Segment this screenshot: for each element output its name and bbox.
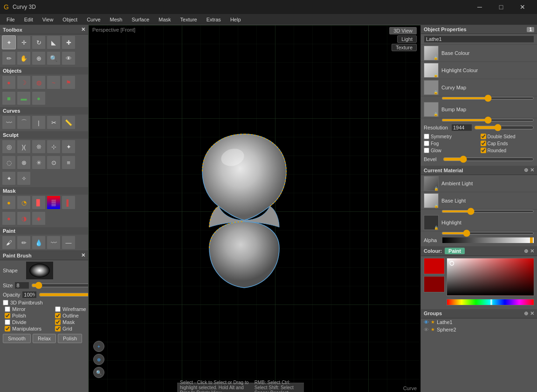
cylinder-obj[interactable]: ▬ [17,91,31,105]
mask-1[interactable]: ● [2,196,16,210]
curve-1[interactable]: 〰 [2,115,16,129]
bump-map-slider[interactable] [441,119,534,122]
base-colour-preview[interactable]: 🔒 [424,46,439,61]
move-tool[interactable]: ✛ [17,35,31,49]
mirror-checkbox[interactable] [5,306,10,312]
zoom-tool[interactable]: 🔍 [47,51,61,65]
colour-icon-1[interactable]: ⊕ [524,248,528,254]
menu-item-help[interactable]: Help [226,16,246,23]
maximize-button[interactable]: □ [490,0,512,14]
size-input[interactable] [14,282,29,289]
sphere-obj[interactable]: ● [2,75,16,89]
crescent-obj[interactable]: ☽ [17,75,31,89]
wireframe-checkbox[interactable] [55,306,61,312]
group-item-sphere2[interactable]: 👁 ★ Sphere2 [421,326,537,333]
alpha-bar[interactable] [442,237,534,243]
lathe-obj[interactable]: ◍ [32,75,46,89]
colour-icon-2[interactable]: ✕ [530,248,534,254]
texture-view-button[interactable]: Texture [392,44,417,51]
material-icon-2[interactable]: ✕ [530,167,534,173]
highlight-colour-preview[interactable]: 🔒 [424,63,439,78]
menu-item-file[interactable]: File [2,16,20,23]
curvy-map-slider[interactable] [441,97,534,100]
sculpt-10[interactable]: ≡ [62,155,76,169]
smooth-button[interactable]: Smooth [3,334,31,343]
sculpt-5[interactable]: ✦ [62,140,76,154]
size-slider[interactable] [31,282,89,289]
menu-item-edit[interactable]: Edit [20,16,38,23]
add-tool[interactable]: ✚ [62,35,76,49]
object-name-input[interactable] [424,35,534,43]
polish-button[interactable]: Polish [58,334,82,343]
sculpt-4[interactable]: ⊹ [47,140,61,154]
opacity-slider[interactable] [39,291,89,298]
curve-tool[interactable]: ◣ [47,35,61,49]
cube-obj[interactable]: ■ [2,91,16,105]
sculpt-7[interactable]: ⊗ [17,155,31,169]
groups-icon-1[interactable]: ⊕ [524,311,528,317]
mask-2[interactable]: ◔ [17,196,31,210]
paint-5[interactable]: — [62,236,76,250]
paint-brush-close[interactable]: ✕ [81,252,85,258]
mask-3[interactable]: ▊ [32,196,46,210]
mask-7[interactable]: ◑ [17,211,31,225]
menu-item-curve[interactable]: Curve [82,16,105,23]
sculpt-8[interactable]: ✳ [32,155,46,169]
fog-checkbox[interactable] [424,141,429,146]
hand-tool[interactable]: ✋ [17,51,31,65]
colour-red-solid[interactable] [424,258,445,274]
polish-checkbox[interactable] [5,313,10,318]
eye-tool[interactable]: 👁 [62,51,76,65]
light-view-button[interactable]: Light [397,35,417,43]
sculpt-3[interactable]: ❊ [32,140,46,154]
menu-item-surface[interactable]: Surface [127,16,154,23]
nav-icon-2[interactable]: ⊕ [93,354,104,365]
viewport[interactable]: Perspective [Front] 3D View Light Textur… [89,25,420,392]
grid-checkbox[interactable] [55,326,61,331]
curvy-map-preview[interactable]: 🔒 [424,80,439,95]
sculpt-11[interactable]: ✦ [2,171,16,185]
highlight-preview[interactable]: 🔒 [424,215,439,230]
hue-bar[interactable] [447,299,534,305]
curve-5[interactable]: 📏 [62,115,76,129]
sculpt-1[interactable]: ◎ [2,140,16,154]
menu-item-object[interactable]: Object [58,16,82,23]
base-light-preview[interactable]: 🔒 [424,193,439,208]
groups-icon-2[interactable]: ✕ [530,311,534,317]
double-sided-checkbox[interactable] [481,134,486,139]
nav-icon-1[interactable]: + [93,341,104,352]
snake-obj[interactable]: ~ [47,75,61,89]
toolbox-close-button[interactable]: ✕ [81,27,85,33]
divide-checkbox[interactable] [5,319,10,325]
paint-3[interactable]: 💧 [32,236,46,250]
resolution-input[interactable] [451,124,472,131]
mask-checkbox[interactable] [55,319,61,325]
sculpt-12[interactable]: ✧ [17,171,31,185]
menu-item-texture[interactable]: Texture [176,16,202,23]
sculpt-6[interactable]: ◌ [2,155,16,169]
opacity-input[interactable] [22,291,37,298]
bump-map-preview[interactable]: 🔒 [424,102,439,117]
manipulators-checkbox[interactable] [5,326,10,331]
menu-item-view[interactable]: View [38,16,58,23]
mask-4[interactable]: ▒ [47,196,61,210]
rounded-checkbox[interactable] [481,148,486,153]
minimize-button[interactable]: ─ [469,0,490,14]
3d-view-button[interactable]: 3D View [389,27,417,34]
highlight-slider[interactable] [441,232,534,235]
outline-checkbox[interactable] [55,313,61,318]
brush-shape-preview[interactable] [26,261,54,280]
relax-button[interactable]: Relax [33,334,56,343]
bevel-slider[interactable] [443,155,534,163]
nav-icon-3[interactable]: 🔍 [93,367,104,378]
ambient-light-preview[interactable]: 🔒 [424,176,439,191]
menu-item-extras[interactable]: Extras [202,16,226,23]
mask-6[interactable]: ● [2,211,16,225]
curve-3[interactable]: | [32,115,46,129]
glow-checkbox[interactable] [424,148,429,153]
close-button[interactable]: ✕ [512,0,533,14]
paintbrush-3d-checkbox[interactable] [3,300,8,305]
group-item-lathe1[interactable]: 👁 ★ Lathe1 [421,318,537,326]
mask-8[interactable]: ◈ [32,211,46,225]
cap-ends-checkbox[interactable] [481,141,486,146]
